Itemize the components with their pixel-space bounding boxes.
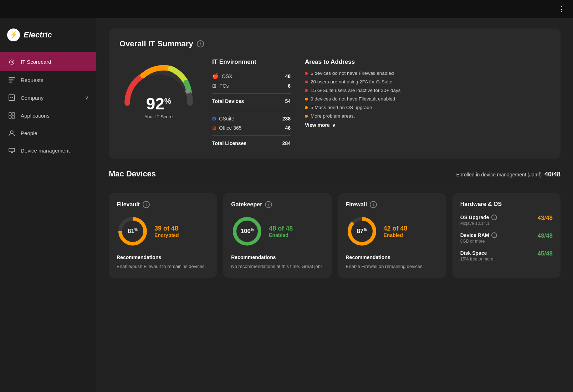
enrollment-status: Enrolled in device management (Jamf) 40/… bbox=[456, 171, 561, 178]
firewall-info-icon[interactable]: i bbox=[370, 201, 377, 208]
orange-dot-icon bbox=[305, 106, 308, 109]
sidebar-item-label: IT Scorecard bbox=[21, 59, 51, 65]
firewall-card-title: Firewall i bbox=[346, 201, 438, 208]
areas-title: Areas to Address bbox=[305, 58, 550, 66]
firewall-fraction: 42 of 48 bbox=[384, 225, 408, 232]
filevault-donut-area: 81% 39 of 48 Encrypted bbox=[117, 215, 209, 247]
mac-devices-header: Mac Devices Enrolled in device managemen… bbox=[109, 169, 561, 179]
device-ram-info-icon[interactable]: i bbox=[491, 232, 497, 238]
sidebar-item-requests[interactable]: Requests bbox=[0, 71, 96, 89]
os-upgrade-sub: Mojave 10.14.1 bbox=[460, 221, 497, 226]
red-dot-icon bbox=[305, 89, 308, 92]
scorecard-icon: ◎ bbox=[8, 58, 16, 66]
svg-point-10 bbox=[10, 131, 13, 134]
firewall-status: Enabled bbox=[384, 232, 408, 238]
os-upgrade-row: OS Upgrade i Mojave 10.14.1 43/48 bbox=[460, 215, 553, 226]
main-content: Overall IT Summary i bbox=[96, 18, 573, 392]
pcs-row: ⊞ PCs 6 bbox=[212, 81, 291, 91]
chevron-down-icon: ∨ bbox=[85, 95, 88, 100]
sidebar-item-people[interactable]: People bbox=[0, 124, 96, 142]
svg-rect-8 bbox=[9, 116, 11, 118]
sidebar-nav: ◎ IT Scorecard Requests bbox=[0, 52, 96, 159]
summary-card-title: Overall IT Summary i bbox=[119, 39, 550, 48]
firewall-percent: 87% bbox=[357, 228, 367, 235]
gatekeeper-info-icon[interactable]: i bbox=[265, 201, 272, 208]
disk-space-left: Disk Space 15% free or more bbox=[460, 250, 493, 262]
gatekeeper-rec-title: Recommendations bbox=[231, 254, 323, 260]
office365-row: ⊞ Office 365 46 bbox=[212, 123, 291, 133]
gatekeeper-donut: 100% bbox=[231, 215, 263, 247]
sidebar-item-it-scorecard[interactable]: ◎ IT Scorecard bbox=[0, 52, 96, 71]
sidebar-item-company[interactable]: Company ∨ bbox=[0, 89, 96, 107]
summary-card: Overall IT Summary i bbox=[109, 29, 561, 159]
total-licenses-row: Total Licenses 284 bbox=[212, 139, 291, 148]
area-item: More problem areas. bbox=[305, 113, 550, 119]
summary-info-icon[interactable]: i bbox=[197, 40, 204, 47]
disk-space-value: 45/48 bbox=[537, 250, 553, 257]
gatekeeper-card: Gatekeeper i 100% bbox=[223, 193, 331, 278]
gauge-wrap: 92% bbox=[119, 58, 198, 112]
gatekeeper-stats: 48 of 48 Enabled bbox=[269, 225, 293, 238]
firewall-stats: 42 of 48 Enabled bbox=[384, 225, 408, 238]
filevault-donut: 81% bbox=[117, 215, 149, 247]
os-upgrade-name: OS Upgrade i bbox=[460, 215, 497, 220]
area-item: 15 G-Suite users are inactive for 30+ da… bbox=[305, 88, 550, 93]
os-upgrade-left: OS Upgrade i Mojave 10.14.1 bbox=[460, 215, 497, 226]
view-more-button[interactable]: View more ∨ bbox=[305, 122, 550, 128]
svg-rect-4 bbox=[10, 97, 11, 98]
mac-devices-title: Mac Devices bbox=[109, 169, 156, 179]
svg-rect-5 bbox=[12, 97, 13, 98]
firewall-rec-text: Enable Firewall on remaining devices. bbox=[346, 263, 438, 270]
mac-devices-section: Mac Devices Enrolled in device managemen… bbox=[109, 169, 561, 278]
company-icon bbox=[8, 94, 16, 101]
device-ram-value: 48/48 bbox=[537, 232, 553, 239]
filevault-status: Encrypted bbox=[154, 232, 179, 238]
disk-space-row: Disk Space 15% free or more 45/48 bbox=[460, 250, 553, 262]
area-item: 6 devices do not have Firewall enabled bbox=[305, 71, 550, 76]
filevault-info-icon[interactable]: i bbox=[143, 201, 150, 208]
gauge-percent-value: 92% bbox=[119, 96, 198, 112]
os-upgrade-info-icon[interactable]: i bbox=[491, 215, 497, 220]
electric-logo-text: Electric bbox=[24, 30, 52, 40]
osx-row: 🍎 OSX 48 bbox=[212, 71, 291, 81]
svg-point-12 bbox=[185, 89, 190, 93]
gatekeeper-percent: 100% bbox=[241, 228, 254, 235]
filevault-stats: 39 of 48 Encrypted bbox=[154, 225, 179, 238]
gatekeeper-donut-area: 100% 48 of 48 Enabled bbox=[231, 215, 323, 247]
svg-rect-3 bbox=[9, 95, 15, 100]
filevault-percent: 81% bbox=[128, 228, 138, 235]
total-devices-row: Total Devices 54 bbox=[212, 97, 291, 106]
app-layout: ⚡ Electric ◎ IT Scorecard Requests bbox=[0, 18, 573, 392]
sidebar-item-device-management[interactable]: Device management bbox=[0, 142, 96, 159]
areas-to-address: Areas to Address 6 devices do not have F… bbox=[305, 58, 550, 128]
sidebar-item-label: People bbox=[21, 130, 37, 136]
red-dot-icon bbox=[305, 81, 308, 83]
disk-space-name: Disk Space bbox=[460, 250, 493, 256]
more-options-icon[interactable]: ⋮ bbox=[558, 5, 566, 13]
svg-rect-0 bbox=[9, 77, 15, 78]
apple-icon: 🍎 bbox=[212, 73, 219, 79]
svg-rect-2 bbox=[9, 82, 12, 83]
svg-rect-1 bbox=[9, 79, 14, 81]
windows-icon: ⊞ bbox=[212, 83, 216, 89]
firewall-rec-title: Recommendations bbox=[346, 254, 438, 260]
device-ram-left: Device RAM i 8GB or more bbox=[460, 232, 497, 244]
top-bar: ⋮ bbox=[0, 0, 573, 18]
gsuite-row: G GSuite 238 bbox=[212, 114, 291, 123]
firewall-card: Firewall i 87% bbox=[338, 193, 446, 278]
it-environment: IT Environment 🍎 OSX 48 ⊞ PCs 6 bbox=[212, 58, 291, 148]
svg-rect-11 bbox=[9, 148, 15, 152]
gauge-score-label: 92% bbox=[119, 96, 198, 112]
sidebar-item-applications[interactable]: Applications bbox=[0, 107, 96, 124]
disk-space-sub: 15% free or more bbox=[460, 257, 493, 262]
hardware-os-title: Hardware & OS bbox=[460, 201, 553, 207]
svg-rect-7 bbox=[12, 113, 15, 115]
chevron-down-icon: ∨ bbox=[332, 122, 336, 128]
device-ram-row: Device RAM i 8GB or more 48/48 bbox=[460, 232, 553, 244]
svg-rect-9 bbox=[12, 116, 15, 118]
device-management-icon bbox=[8, 148, 16, 153]
it-score-gauge: 92% Your IT Score bbox=[119, 58, 198, 119]
gatekeeper-card-title: Gatekeeper i bbox=[231, 201, 323, 208]
device-ram-name: Device RAM i bbox=[460, 232, 497, 238]
sidebar-logo: ⚡ Electric bbox=[0, 21, 96, 52]
